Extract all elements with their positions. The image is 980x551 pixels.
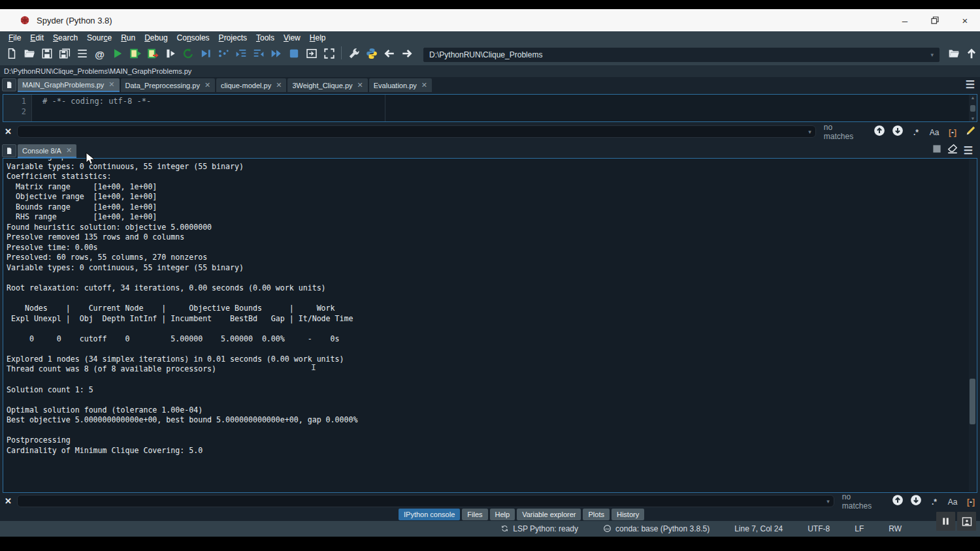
- scroll-up-arrow-icon[interactable]: ▲: [971, 95, 975, 100]
- editor-tab[interactable]: Evaluation.py✕: [369, 78, 432, 92]
- word-button[interactable]: [-]: [943, 125, 962, 138]
- arrow-up-circle-button[interactable]: [889, 495, 907, 508]
- browse-tabs-button[interactable]: [2, 144, 16, 157]
- back-button[interactable]: [380, 46, 398, 63]
- chevron-down-icon[interactable]: ▾: [826, 498, 830, 505]
- console-find-field[interactable]: ▾: [17, 495, 834, 507]
- lsp-status[interactable]: LSP Python: ready: [500, 524, 578, 534]
- debug-stop-button[interactable]: [285, 46, 302, 63]
- ipython-console-output[interactable]: Model fingerprint: 0x1c3e2b4d Variable t…: [3, 158, 977, 493]
- debug-continue-button[interactable]: [267, 46, 285, 63]
- menu-consoles[interactable]: Consoles: [172, 32, 214, 44]
- exit-debug-button[interactable]: [302, 46, 320, 63]
- close-icon[interactable]: ✕: [204, 81, 210, 89]
- options-button[interactable]: ☰: [960, 144, 976, 157]
- menu-view[interactable]: View: [279, 32, 305, 44]
- console-find-input[interactable]: [22, 497, 826, 506]
- editor-find-input[interactable]: [22, 127, 808, 136]
- preferences-button[interactable]: [345, 46, 363, 63]
- restore-button[interactable]: [920, 9, 950, 31]
- chevron-down-icon[interactable]: ▾: [930, 52, 934, 58]
- menu-help[interactable]: Help: [305, 32, 331, 44]
- rerun-cell-button[interactable]: [179, 46, 197, 63]
- editor-tab[interactable]: MAIN_GraphProblems.py✕: [18, 78, 120, 92]
- arrow-down-circle-button[interactable]: [907, 495, 925, 508]
- close-icon[interactable]: ✕: [421, 81, 427, 89]
- editor-options-icon[interactable]: ☰: [966, 78, 975, 91]
- case-button[interactable]: Aa: [925, 125, 943, 138]
- regex-button[interactable]: .*: [925, 495, 943, 508]
- debug-step-into-button[interactable]: [232, 46, 250, 63]
- cursor-position[interactable]: Line 7, Col 24: [734, 524, 783, 533]
- close-button[interactable]: ×: [950, 9, 980, 31]
- save-all-button[interactable]: [56, 46, 73, 63]
- chevron-down-icon[interactable]: ▾: [808, 129, 811, 135]
- menu-debug[interactable]: Debug: [140, 32, 172, 44]
- pane-tab-variable-explorer[interactable]: Variable explorer: [517, 509, 581, 520]
- editor-tab[interactable]: Data_Preprocessing.py✕: [121, 78, 216, 92]
- close-icon[interactable]: ✕: [5, 496, 12, 506]
- pane-tab-history[interactable]: History: [612, 509, 644, 520]
- conda-env[interactable]: conda: base (Python 3.8.5): [603, 524, 710, 534]
- pause-button[interactable]: [936, 512, 955, 531]
- scroll-down-arrow-icon[interactable]: ▼: [971, 116, 975, 121]
- debug-step-return-button[interactable]: [250, 46, 267, 63]
- forward-button[interactable]: [398, 46, 416, 63]
- highlight-button[interactable]: [962, 125, 980, 138]
- run-file-button[interactable]: [108, 46, 126, 63]
- menu-tools[interactable]: Tools: [252, 32, 279, 44]
- minimize-button[interactable]: –: [890, 9, 920, 31]
- arrow-up-circle-button[interactable]: [870, 125, 889, 138]
- parent-directory-button[interactable]: [962, 46, 980, 63]
- run-selection-button[interactable]: [161, 46, 179, 63]
- pane-tab-help[interactable]: Help: [490, 509, 515, 520]
- run-cell-button[interactable]: [126, 46, 144, 63]
- menu-file[interactable]: File: [4, 32, 25, 44]
- close-icon[interactable]: ✕: [357, 81, 363, 89]
- new-file-button[interactable]: [3, 46, 20, 63]
- readwrite-status[interactable]: RW: [889, 524, 902, 533]
- interrupt-button[interactable]: [929, 144, 945, 157]
- run-cell-advance-button[interactable]: [144, 46, 161, 63]
- maximize-pane-button[interactable]: [320, 46, 338, 63]
- menu-run[interactable]: Run: [116, 32, 140, 44]
- close-icon[interactable]: ✕: [276, 81, 282, 89]
- menu-projects[interactable]: Projects: [214, 32, 252, 44]
- word-button[interactable]: [-]: [962, 495, 980, 508]
- menu-source[interactable]: Source: [82, 32, 116, 44]
- encoding[interactable]: UTF-8: [808, 524, 830, 533]
- presenter-button[interactable]: [957, 512, 976, 531]
- editor-scrollbar[interactable]: ▲ ▼: [969, 95, 977, 121]
- pane-tab-files[interactable]: Files: [462, 509, 487, 520]
- eol-status[interactable]: LF: [855, 524, 864, 533]
- python-interpreter-button[interactable]: [363, 46, 380, 63]
- menu-search[interactable]: Search: [48, 32, 82, 44]
- regex-button[interactable]: .*: [907, 125, 925, 138]
- editor-scroll-thumb[interactable]: [970, 105, 975, 112]
- editor-find-field[interactable]: ▾: [17, 125, 816, 138]
- close-icon[interactable]: ✕: [66, 146, 72, 155]
- save-file-button[interactable]: [38, 46, 56, 63]
- file-switcher-button[interactable]: [73, 46, 91, 63]
- console-tab[interactable]: Console 8/A ✕: [18, 144, 76, 158]
- code-area[interactable]: # -*- coding: utf-8 -*-: [32, 95, 969, 121]
- close-icon[interactable]: ✕: [5, 127, 12, 136]
- editor-tab[interactable]: 3Weight_Clique.py✕: [287, 78, 367, 92]
- debug-file-button[interactable]: [197, 46, 214, 63]
- clear-button[interactable]: [945, 144, 960, 157]
- case-button[interactable]: Aa: [943, 495, 962, 508]
- console-scroll-thumb[interactable]: [970, 379, 975, 424]
- debug-run-line-button[interactable]: [214, 46, 232, 63]
- code-editor[interactable]: 12 # -*- coding: utf-8 -*- ▲ ▼: [3, 94, 977, 122]
- open-directory-button[interactable]: [945, 46, 962, 63]
- close-icon[interactable]: ✕: [108, 80, 114, 89]
- pane-tab-ipython-console[interactable]: IPython console: [399, 509, 460, 520]
- browse-tabs-button[interactable]: [2, 78, 16, 91]
- pane-tab-plots[interactable]: Plots: [583, 509, 609, 520]
- console-scrollbar[interactable]: [969, 159, 976, 492]
- menu-edit[interactable]: Edit: [25, 32, 48, 44]
- working-directory-field[interactable]: ▾: [423, 48, 939, 62]
- symbol-finder-button[interactable]: @: [91, 46, 108, 63]
- editor-tab[interactable]: clique-model.py✕: [216, 78, 286, 92]
- open-file-button[interactable]: [20, 46, 38, 63]
